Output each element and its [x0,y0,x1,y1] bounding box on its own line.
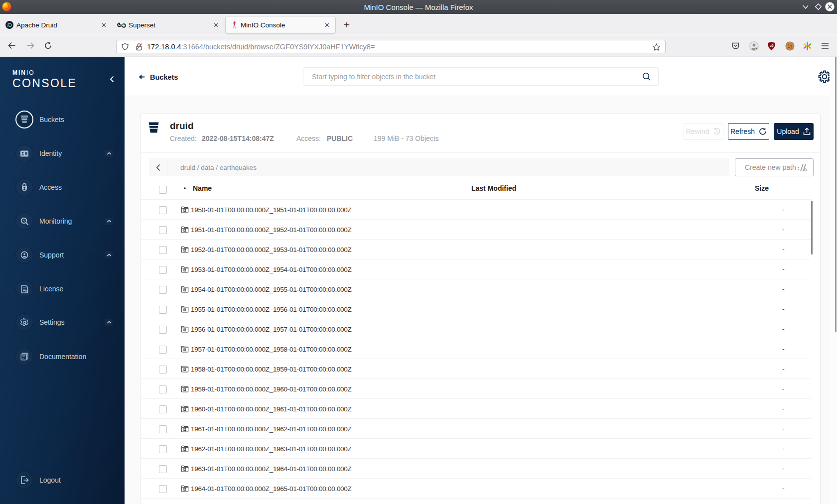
svg-text:u0: u0 [770,44,774,47]
